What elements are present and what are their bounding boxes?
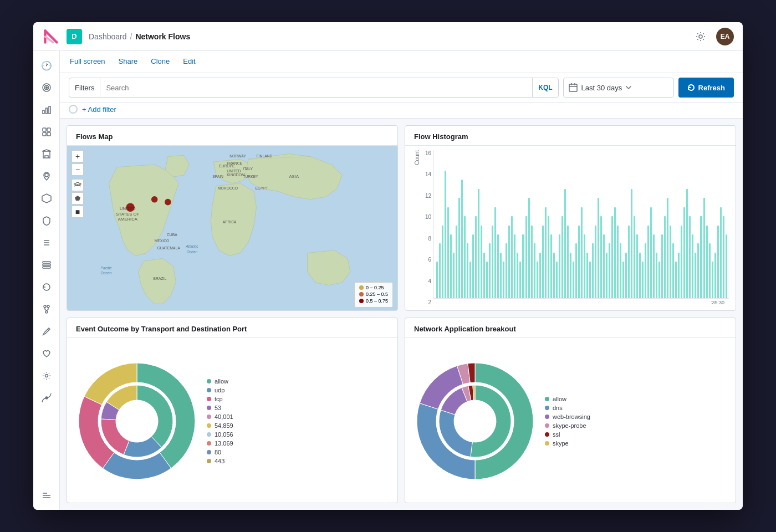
sidebar-icon-menu[interactable] [37, 485, 57, 505]
add-filter-link[interactable]: + Add filter [82, 105, 116, 114]
histogram-bar [678, 253, 680, 298]
histogram-bar [514, 234, 515, 298]
histogram-bar [522, 234, 524, 298]
histogram-bar [525, 216, 527, 298]
sidebar-icon-barchart[interactable] [37, 100, 57, 120]
svg-rect-11 [43, 151, 50, 158]
histogram-bar [600, 216, 602, 298]
settings-button[interactable] [692, 28, 709, 45]
sidebar-icon-location[interactable] [37, 166, 57, 186]
svg-rect-8 [47, 128, 50, 131]
sidebar-icon-building[interactable] [37, 144, 57, 164]
sidebar-icon-shield[interactable] [37, 211, 57, 231]
svg-point-24 [45, 397, 48, 399]
svg-point-3 [45, 87, 47, 89]
sidebar-icon-grid[interactable] [37, 122, 57, 142]
zoom-in-btn[interactable]: + [72, 150, 84, 162]
sidebar-icon-refresh[interactable] [37, 277, 57, 297]
square-btn[interactable]: ■ [72, 206, 84, 218]
histogram-bar [726, 234, 727, 298]
sidebar-icon-list[interactable] [37, 233, 57, 253]
svg-text:FRANCE: FRANCE [227, 161, 242, 165]
histogram-bar [628, 226, 630, 299]
svg-text:NORWAY: NORWAY [229, 154, 246, 158]
map-controls: + − [72, 150, 84, 218]
histogram-bar [481, 226, 482, 299]
search-input[interactable] [100, 84, 532, 92]
histogram-bar [537, 262, 538, 298]
sidebar-icon-gear[interactable] [37, 366, 57, 386]
svg-text:TURKEY: TURKEY [243, 175, 258, 178]
sidebar-icon-fork[interactable] [37, 299, 57, 319]
sidebar-icon-target[interactable] [37, 78, 57, 98]
calendar-icon [568, 83, 578, 93]
flows-map-title: Flows Map [67, 126, 397, 146]
sub-nav: Full screen Share Clone Edit [60, 51, 743, 73]
flows-map-body: UNITED STATES OF AMERICA BRAZIL AFRICA A… [67, 146, 397, 310]
histogram-bar [559, 234, 560, 298]
histogram-container: Count 16 14 12 10 8 6 4 [405, 146, 736, 310]
histogram-bar [631, 189, 632, 298]
edit-link[interactable]: Edit [182, 51, 196, 73]
histogram-bar [550, 234, 552, 298]
sidebar-icon-stack[interactable] [37, 255, 57, 275]
histogram-bar [464, 216, 466, 298]
filter-toggle[interactable] [69, 105, 78, 114]
legend-item: 53 [207, 405, 233, 411]
sidebar-icon-heart[interactable] [37, 344, 57, 364]
user-avatar[interactable]: EA [716, 28, 734, 45]
zoom-out-btn[interactable]: − [72, 163, 84, 176]
content-area: Full screen Share Clone Edit Filters KQL [60, 51, 743, 510]
histogram-bar [700, 216, 702, 298]
chevron-down-icon [625, 84, 632, 91]
svg-text:EGYPT: EGYPT [256, 186, 268, 190]
sidebar-icon-puzzle[interactable] [37, 188, 57, 208]
sidebar-icon-clock[interactable]: 🕐 [37, 55, 57, 75]
histogram-bar [492, 226, 493, 299]
main-layout: 🕐 [33, 51, 743, 510]
svg-point-12 [45, 173, 48, 177]
svg-text:AMERICA: AMERICA [118, 217, 138, 222]
histogram-bar [575, 243, 577, 298]
histogram-bar [475, 216, 477, 298]
histogram-bar [656, 253, 657, 298]
histogram-bar [647, 226, 649, 299]
sidebar-icon-signal[interactable] [37, 388, 57, 408]
refresh-button[interactable]: Refresh [678, 78, 734, 98]
breadcrumb-parent[interactable]: Dashboard [89, 32, 127, 41]
histogram-bar [714, 253, 716, 298]
histogram-bar [625, 253, 627, 298]
svg-text:ASIA: ASIA [289, 174, 299, 179]
histogram-bar [709, 243, 711, 298]
kql-badge[interactable]: KQL [532, 78, 558, 97]
histogram-bar [667, 198, 668, 298]
legend-item: ssl [545, 431, 590, 438]
histogram-bar [706, 226, 708, 299]
histogram-bar [653, 234, 655, 298]
fullscreen-link[interactable]: Full screen [69, 51, 106, 73]
svg-rect-19 [43, 262, 50, 263]
svg-rect-28 [569, 84, 577, 91]
clone-link[interactable]: Clone [150, 51, 171, 73]
sidebar-icon-tool[interactable] [37, 321, 57, 341]
svg-marker-13 [42, 194, 51, 203]
network-app-body: allowdnsweb-browsingskype-probesslskype [405, 338, 736, 503]
time-picker[interactable]: Last 30 days [563, 78, 674, 98]
histogram-bar [595, 226, 596, 299]
time-value: Last 30 days [581, 84, 622, 92]
top-bar: D Dashboard / Network Flows EA [33, 22, 743, 51]
svg-rect-9 [43, 132, 46, 136]
svg-text:SPAIN: SPAIN [212, 175, 223, 178]
legend-item: skype [545, 440, 590, 447]
network-donut-panel: allowdnsweb-browsingskype-probesslskype [405, 338, 736, 503]
share-link[interactable]: Share [118, 51, 139, 73]
layers-btn[interactable] [72, 179, 84, 191]
svg-rect-6 [49, 106, 50, 114]
svg-point-57 [126, 203, 134, 212]
event-outcome-body: allowudptcp5340,00154,85910,05613,069804… [67, 338, 397, 503]
pentagon-btn[interactable] [72, 192, 84, 204]
histogram-bar [603, 234, 605, 298]
histogram-bar [645, 243, 646, 298]
flow-histogram-panel: Flow Histogram Count 16 14 12 [405, 125, 736, 311]
histogram-bar [620, 243, 621, 298]
